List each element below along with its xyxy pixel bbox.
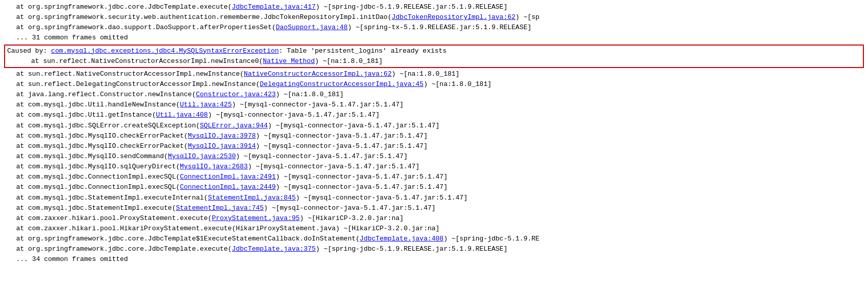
sqlerror-944-link[interactable]: SQLError.java:944 — [200, 122, 268, 129]
stack-line-10: at com.mysql.jdbc.SQLError.createSQLExce… — [4, 121, 864, 131]
stack-line-22: at org.springframework.jdbc.core.JdbcTem… — [4, 244, 864, 254]
stack-line-4: ... 31 common frames omitted — [4, 33, 864, 43]
stack-line-15: at com.mysql.jdbc.ConnectionImpl.execSQL… — [4, 172, 864, 182]
stack-line-2: at org.springframework.security.web.auth… — [4, 12, 864, 23]
stack-line-8: at com.mysql.jdbc.Util.handleNewInstance… — [4, 100, 864, 110]
caused-by-label: Caused by: — [7, 47, 51, 55]
mysqlio-3914-link[interactable]: MysqlIO.java:3914 — [188, 142, 256, 150]
stack-line-23: ... 34 common frames omitted — [4, 254, 864, 265]
mysqlio-2683-link[interactable]: MysqlIO.java:2683 — [180, 163, 248, 170]
util-408-link[interactable]: Util.java:408 — [156, 111, 207, 119]
statementimpl-845-link[interactable]: StatementImpl.java:845 — [208, 194, 296, 202]
stack-line-11: at com.mysql.jdbc.MysqlIO.checkErrorPack… — [4, 131, 864, 141]
exception-message: : Table 'persistent_logins' already exis… — [279, 47, 447, 55]
mysqlio-3978-link[interactable]: MysqlIO.java:3978 — [188, 132, 256, 140]
statementimpl-745-link[interactable]: StatementImpl.java:745 — [176, 204, 264, 212]
connectionimpl-2491-link[interactable]: ConnectionImpl.java:2491 — [180, 173, 276, 181]
stack-line-6: at sun.reflect.DelegatingConstructorAcce… — [4, 79, 864, 90]
stack-line-5: at sun.reflect.NativeConstructorAccessor… — [4, 69, 864, 79]
jdbctemplate-408-link[interactable]: JdbcTemplate.java:408 — [359, 235, 443, 243]
constructor-423-link[interactable]: Constructor.java:423 — [196, 91, 276, 98]
delegatingconstructor-45-link[interactable]: DelegatingConstructorAccessorImpl.java:4… — [260, 80, 424, 88]
daosupport-48-link[interactable]: DaoSupport.java:48 — [276, 24, 348, 31]
proxystatement-95-link[interactable]: ProxyStatement.java:95 — [212, 214, 300, 222]
stack-line-14: at com.mysql.jdbc.MysqlIO.sqlQueryDirect… — [4, 162, 864, 172]
native-constructor-line: at sun.reflect.NativeConstructorAccessor… — [7, 56, 861, 67]
stack-line-18: at com.mysql.jdbc.StatementImpl.execute(… — [4, 203, 864, 213]
stack-line-7: at java.lang.reflect.Constructor.newInst… — [4, 90, 864, 100]
caused-by-line: Caused by: com.mysql.jdbc.exceptions.jdb… — [7, 46, 861, 56]
native-method-link[interactable]: Native Method — [263, 57, 314, 65]
exception-class-link[interactable]: com.mysql.jdbc.exceptions.jdbc4.MySQLSyn… — [51, 47, 279, 55]
util-425-link[interactable]: Util.java:425 — [180, 101, 231, 108]
stack-line-21: at org.springframework.jdbc.core.JdbcTem… — [4, 234, 864, 244]
jdbctemplate-375-link[interactable]: JdbcTemplate.java:375 — [232, 245, 316, 253]
stack-line-1: at org.springframework.jdbc.core.JdbcTem… — [4, 2, 864, 12]
caused-by-block: Caused by: com.mysql.jdbc.exceptions.jdb… — [4, 45, 864, 68]
stack-line-16: at com.mysql.jdbc.ConnectionImpl.execSQL… — [4, 182, 864, 192]
jdbctokenrepo-62-link[interactable]: JdbcTokenRepositoryImpl.java:62 — [392, 13, 516, 21]
stack-line-20: at com.zaxxer.hikari.pool.HikariProxySta… — [4, 224, 864, 234]
mysqlio-2530-link[interactable]: MysqlIO.java:2530 — [168, 152, 236, 160]
stack-line-12: at com.mysql.jdbc.MysqlIO.checkErrorPack… — [4, 141, 864, 151]
stack-line-13: at com.mysql.jdbc.MysqlIO.sendCommand(My… — [4, 151, 864, 162]
log-container: at org.springframework.jdbc.core.JdbcTem… — [0, 0, 868, 307]
stack-line-19: at com.zaxxer.hikari.pool.ProxyStatement… — [4, 213, 864, 224]
nativeconstructoraccessor-62-link[interactable]: NativeConstructorAccessorImpl.java:62 — [244, 70, 392, 78]
connectionimpl-2449-link[interactable]: ConnectionImpl.java:2449 — [180, 183, 276, 191]
jdbctemplate-417-link[interactable]: JdbcTemplate.java:417 — [232, 3, 316, 11]
stack-line-17: at com.mysql.jdbc.StatementImpl.executeI… — [4, 193, 864, 203]
stack-line-3: at org.springframework.dao.support.DaoSu… — [4, 23, 864, 33]
stack-line-9: at com.mysql.jdbc.Util.getInstance(Util.… — [4, 110, 864, 120]
